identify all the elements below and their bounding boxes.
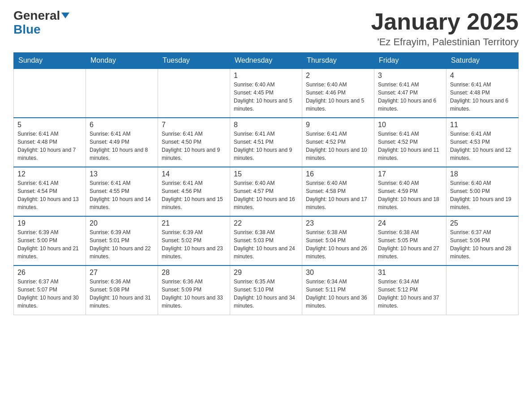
table-row: 30Sunrise: 6:34 AMSunset: 5:11 PMDayligh… <box>302 265 374 315</box>
day-number: 8 <box>234 121 298 129</box>
table-row: 10Sunrise: 6:41 AMSunset: 4:52 PMDayligh… <box>374 118 446 167</box>
table-row: 9Sunrise: 6:41 AMSunset: 4:52 PMDaylight… <box>302 118 374 167</box>
day-number: 13 <box>90 170 154 178</box>
day-number: 21 <box>162 219 226 227</box>
day-number: 14 <box>162 170 226 178</box>
day-info: Sunrise: 6:35 AMSunset: 5:10 PMDaylight:… <box>234 278 298 310</box>
table-row: 15Sunrise: 6:40 AMSunset: 4:57 PMDayligh… <box>230 167 302 216</box>
day-info: Sunrise: 6:39 AMSunset: 5:01 PMDaylight:… <box>90 228 154 261</box>
day-info: Sunrise: 6:40 AMSunset: 4:57 PMDaylight:… <box>234 179 298 211</box>
table-row: 6Sunrise: 6:41 AMSunset: 4:49 PMDaylight… <box>86 118 158 167</box>
table-row: 2Sunrise: 6:40 AMSunset: 4:46 PMDaylight… <box>302 68 374 118</box>
day-info: Sunrise: 6:41 AMSunset: 4:48 PMDaylight:… <box>450 81 515 113</box>
table-row: 18Sunrise: 6:40 AMSunset: 5:00 PMDayligh… <box>446 167 519 216</box>
day-number: 10 <box>378 121 442 129</box>
page-header: General Blue January 2025 'Ez Efrayim, P… <box>13 9 519 48</box>
day-number: 16 <box>306 170 370 178</box>
table-row: 29Sunrise: 6:35 AMSunset: 5:10 PMDayligh… <box>230 265 302 315</box>
day-number: 9 <box>306 121 370 129</box>
day-info: Sunrise: 6:36 AMSunset: 5:08 PMDaylight:… <box>90 278 154 310</box>
logo-blue: Blue <box>13 23 41 37</box>
table-row: 8Sunrise: 6:41 AMSunset: 4:51 PMDaylight… <box>230 118 302 167</box>
col-tuesday: Tuesday <box>158 53 230 69</box>
day-number: 29 <box>234 269 298 277</box>
table-row: 31Sunrise: 6:34 AMSunset: 5:12 PMDayligh… <box>374 265 446 315</box>
day-number: 11 <box>450 121 515 129</box>
day-info: Sunrise: 6:37 AMSunset: 5:07 PMDaylight:… <box>17 278 82 310</box>
table-row: 12Sunrise: 6:41 AMSunset: 4:54 PMDayligh… <box>14 167 86 216</box>
table-row: 25Sunrise: 6:37 AMSunset: 5:06 PMDayligh… <box>446 216 519 265</box>
logo: General Blue <box>13 9 69 37</box>
title-block: January 2025 'Ez Efrayim, Palestinian Te… <box>371 9 519 48</box>
calendar-week-row: 12Sunrise: 6:41 AMSunset: 4:54 PMDayligh… <box>14 167 519 216</box>
col-monday: Monday <box>86 53 158 69</box>
calendar-title: January 2025 <box>371 9 519 34</box>
day-info: Sunrise: 6:41 AMSunset: 4:49 PMDaylight:… <box>90 130 154 162</box>
day-number: 12 <box>17 170 82 178</box>
calendar-week-row: 19Sunrise: 6:39 AMSunset: 5:00 PMDayligh… <box>14 216 519 265</box>
day-info: Sunrise: 6:41 AMSunset: 4:55 PMDaylight:… <box>90 179 154 211</box>
day-info: Sunrise: 6:41 AMSunset: 4:54 PMDaylight:… <box>17 179 82 211</box>
calendar-week-row: 5Sunrise: 6:41 AMSunset: 4:48 PMDaylight… <box>14 118 519 167</box>
day-info: Sunrise: 6:40 AMSunset: 4:59 PMDaylight:… <box>378 179 442 211</box>
table-row: 21Sunrise: 6:39 AMSunset: 5:02 PMDayligh… <box>158 216 230 265</box>
day-number: 5 <box>17 121 82 129</box>
col-thursday: Thursday <box>302 53 374 69</box>
table-row: 19Sunrise: 6:39 AMSunset: 5:00 PMDayligh… <box>14 216 86 265</box>
day-number: 28 <box>162 269 226 277</box>
calendar-subtitle: 'Ez Efrayim, Palestinian Territory <box>371 36 519 48</box>
day-info: Sunrise: 6:38 AMSunset: 5:05 PMDaylight:… <box>378 228 442 261</box>
day-number: 23 <box>306 219 370 227</box>
table-row <box>446 265 519 315</box>
day-number: 26 <box>17 269 82 277</box>
day-info: Sunrise: 6:38 AMSunset: 5:03 PMDaylight:… <box>234 228 298 261</box>
day-number: 2 <box>306 72 370 80</box>
day-info: Sunrise: 6:38 AMSunset: 5:04 PMDaylight:… <box>306 228 370 261</box>
day-number: 31 <box>378 269 442 277</box>
table-row: 28Sunrise: 6:36 AMSunset: 5:09 PMDayligh… <box>158 265 230 315</box>
calendar-header-row: Sunday Monday Tuesday Wednesday Thursday… <box>14 53 519 69</box>
table-row: 17Sunrise: 6:40 AMSunset: 4:59 PMDayligh… <box>374 167 446 216</box>
logo-triangle-icon <box>61 13 69 18</box>
day-info: Sunrise: 6:37 AMSunset: 5:06 PMDaylight:… <box>450 228 515 261</box>
day-number: 3 <box>378 72 442 80</box>
day-number: 6 <box>90 121 154 129</box>
table-row: 7Sunrise: 6:41 AMSunset: 4:50 PMDaylight… <box>158 118 230 167</box>
day-info: Sunrise: 6:40 AMSunset: 4:58 PMDaylight:… <box>306 179 370 211</box>
day-info: Sunrise: 6:40 AMSunset: 4:46 PMDaylight:… <box>306 81 370 113</box>
day-number: 24 <box>378 219 442 227</box>
day-info: Sunrise: 6:39 AMSunset: 5:02 PMDaylight:… <box>162 228 226 261</box>
logo-general: General <box>13 9 60 23</box>
table-row: 13Sunrise: 6:41 AMSunset: 4:55 PMDayligh… <box>86 167 158 216</box>
day-info: Sunrise: 6:34 AMSunset: 5:11 PMDaylight:… <box>306 278 370 310</box>
day-info: Sunrise: 6:36 AMSunset: 5:09 PMDaylight:… <box>162 278 226 310</box>
table-row: 27Sunrise: 6:36 AMSunset: 5:08 PMDayligh… <box>86 265 158 315</box>
table-row: 11Sunrise: 6:41 AMSunset: 4:53 PMDayligh… <box>446 118 519 167</box>
day-number: 4 <box>450 72 515 80</box>
table-row <box>14 68 86 118</box>
day-number: 18 <box>450 170 515 178</box>
day-info: Sunrise: 6:34 AMSunset: 5:12 PMDaylight:… <box>378 278 442 310</box>
day-number: 22 <box>234 219 298 227</box>
day-info: Sunrise: 6:41 AMSunset: 4:52 PMDaylight:… <box>378 130 442 162</box>
table-row <box>86 68 158 118</box>
col-saturday: Saturday <box>446 53 519 69</box>
day-info: Sunrise: 6:40 AMSunset: 4:45 PMDaylight:… <box>234 81 298 113</box>
day-info: Sunrise: 6:41 AMSunset: 4:53 PMDaylight:… <box>450 130 515 162</box>
table-row: 14Sunrise: 6:41 AMSunset: 4:56 PMDayligh… <box>158 167 230 216</box>
table-row: 16Sunrise: 6:40 AMSunset: 4:58 PMDayligh… <box>302 167 374 216</box>
table-row: 20Sunrise: 6:39 AMSunset: 5:01 PMDayligh… <box>86 216 158 265</box>
day-number: 19 <box>17 219 82 227</box>
table-row: 4Sunrise: 6:41 AMSunset: 4:48 PMDaylight… <box>446 68 519 118</box>
table-row: 3Sunrise: 6:41 AMSunset: 4:47 PMDaylight… <box>374 68 446 118</box>
day-number: 30 <box>306 269 370 277</box>
day-info: Sunrise: 6:40 AMSunset: 5:00 PMDaylight:… <box>450 179 515 211</box>
col-friday: Friday <box>374 53 446 69</box>
day-info: Sunrise: 6:41 AMSunset: 4:51 PMDaylight:… <box>234 130 298 162</box>
table-row <box>158 68 230 118</box>
day-info: Sunrise: 6:41 AMSunset: 4:48 PMDaylight:… <box>17 130 82 162</box>
table-row: 5Sunrise: 6:41 AMSunset: 4:48 PMDaylight… <box>14 118 86 167</box>
day-info: Sunrise: 6:39 AMSunset: 5:00 PMDaylight:… <box>17 228 82 261</box>
day-number: 20 <box>90 219 154 227</box>
day-info: Sunrise: 6:41 AMSunset: 4:56 PMDaylight:… <box>162 179 226 211</box>
